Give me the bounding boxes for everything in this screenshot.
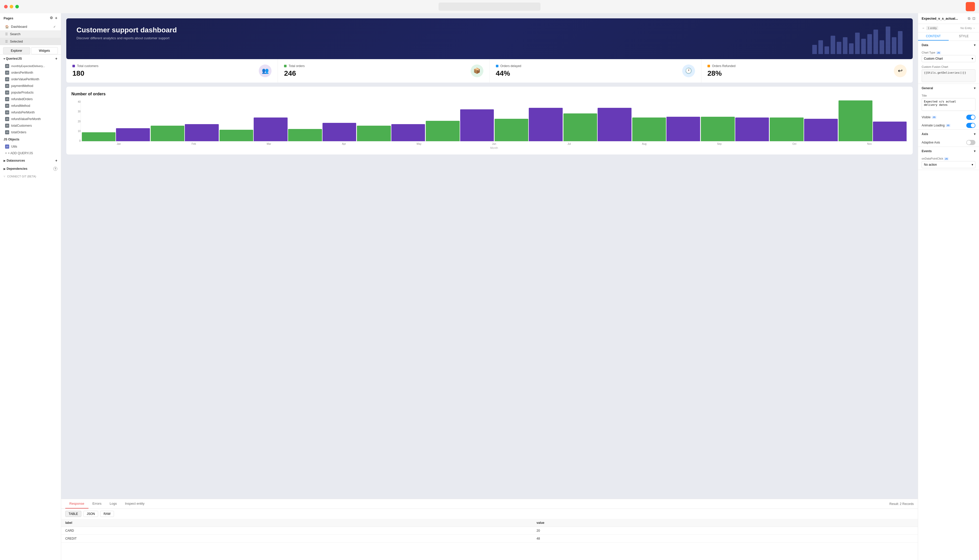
style-tab[interactable]: STYLE (949, 32, 979, 40)
animate-loading-toggle[interactable] (966, 123, 976, 128)
no-entity-arrow-icon: → (972, 27, 976, 30)
utils-label: Utils (11, 145, 17, 148)
bar-green (220, 130, 253, 141)
raw-tab-btn[interactable]: RAW (100, 511, 114, 517)
add-query-label: + ADD QUERY/JS (8, 152, 33, 155)
datasources-add-icon[interactable]: + (55, 158, 57, 163)
query-item-total-orders[interactable]: JS totalOrders (0, 129, 61, 136)
dependencies-header[interactable]: ▶ Dependencies ? (0, 165, 61, 173)
connect-git-button[interactable]: ⑂ CONNECT GIT (BETA) (0, 173, 61, 180)
js-object-utils[interactable]: JS Utils (0, 143, 61, 150)
custom-fusion-chart-input[interactable]: {{Utils.getDeliveries()}} (922, 69, 976, 82)
query-item-refund-method[interactable]: JS refundMethod (0, 102, 61, 109)
events-section-label: Events (922, 149, 932, 153)
bar-green (632, 118, 666, 141)
sidebar-item-dashboard[interactable]: 🏠 Dashboard ✓ (0, 23, 61, 30)
selected-page-icon: ☰ (5, 40, 8, 43)
entity-badge[interactable]: 1 entity (926, 26, 938, 30)
tab-logs[interactable]: Logs (105, 499, 121, 508)
json-tab-btn[interactable]: JSON (83, 511, 98, 517)
table-tab-btn[interactable]: TABLE (65, 511, 81, 517)
dependencies-info-icon[interactable]: ? (53, 167, 57, 171)
query-item-popular[interactable]: JS popularProducts (0, 89, 61, 96)
hero-title: Customer support dashboard (77, 26, 902, 34)
queries-add-icon[interactable]: + (55, 57, 57, 61)
general-section: General ▾ Title Expected v/s actual deli… (918, 84, 979, 130)
entity-row: → 1 entity No Entity → (918, 24, 979, 32)
selected-label: Selected (10, 40, 23, 43)
tab-response[interactable]: Response (65, 499, 88, 508)
js-objects-section-header[interactable]: JS Objects (0, 136, 61, 143)
widgets-tab[interactable]: Widgets (31, 47, 58, 54)
url-bar[interactable] (439, 3, 540, 11)
chart-section: Number of orders 40 30 20 10 0 JanFebMar… (66, 87, 913, 155)
pages-settings-icon[interactable]: ⚙ (50, 16, 53, 20)
stat-refunded-value: 28% (707, 69, 736, 77)
app-icon (966, 2, 975, 11)
stat-orders-info: Total orders 246 (284, 64, 305, 77)
datasources-header[interactable]: ▶ Datasources + (0, 157, 61, 165)
queries-section-header[interactable]: ▾ Queries/JS + (0, 55, 61, 63)
js-objects-label: JS Objects (3, 138, 19, 141)
chart-type-select[interactable]: Custom Chart ▾ (922, 55, 976, 62)
copy-icon[interactable]: ⧉ (968, 16, 970, 21)
datasources-chevron-icon: ▶ (3, 159, 6, 162)
axis-section-chevron-icon: ▾ (974, 132, 976, 136)
general-section-header[interactable]: General ▾ (918, 84, 979, 93)
data-section: Data ▾ Chart Type JS Custom Chart ▾ Cust… (918, 41, 979, 84)
no-action-select[interactable]: No action ▾ (922, 161, 976, 168)
tab-errors[interactable]: Errors (88, 499, 105, 508)
query-label-tc: totalCustomers (11, 124, 32, 127)
hero-bar (812, 45, 817, 54)
hero-subtitle: Discover different analytics and reports… (77, 36, 902, 40)
title-field: Title Expected v/s actual delivery dates (918, 93, 979, 113)
no-entity-label[interactable]: No Entity → (961, 27, 976, 30)
tab-inspect-entity[interactable]: Inspect entity (121, 499, 148, 508)
maximize-button[interactable] (15, 5, 19, 8)
app-container: Pages ⚙ + 🏠 Dashboard ✓ ☰ Search ☰ Selec… (0, 13, 979, 560)
content-tab[interactable]: CONTENT (918, 32, 949, 40)
panel-header-icons: ⧉ ⊡ (968, 16, 976, 21)
query-item-payment[interactable]: JS paymentMethod (0, 83, 61, 89)
adaptive-axis-toggle[interactable] (966, 140, 976, 145)
data-section-header[interactable]: Data ▾ (918, 41, 979, 50)
hero-bar (874, 30, 878, 54)
pages-section-header[interactable]: Pages ⚙ + (0, 13, 61, 23)
close-button[interactable] (4, 5, 8, 8)
minimize-button[interactable] (10, 5, 13, 8)
bar-green (770, 118, 803, 141)
pages-add-icon[interactable]: + (55, 16, 57, 20)
query-item-orders-per-month[interactable]: JS ordersPerMonth (0, 69, 61, 76)
bar-purple (529, 108, 562, 141)
expand-icon[interactable]: ⊡ (972, 16, 976, 21)
query-item-order-value[interactable]: JS orderValuePerMonth (0, 76, 61, 83)
x-label: Oct (757, 142, 831, 145)
query-item-monthly[interactable]: JS monthlyExpectedDelivery... (0, 63, 61, 69)
sidebar-item-search[interactable]: ☰ Search (0, 30, 61, 38)
chart-title: Number of orders (72, 92, 907, 97)
title-input[interactable]: Expected v/s actual delivery dates (922, 98, 976, 111)
bar-group (288, 123, 356, 141)
search-label: Search (10, 32, 20, 36)
events-section-header[interactable]: Events ▾ (918, 147, 979, 155)
explorer-tab[interactable]: Explorer (3, 47, 30, 54)
query-label-rm: refundMethod (11, 104, 30, 108)
main-content: Customer support dashboard Discover diff… (61, 13, 918, 560)
bar-green (288, 129, 322, 141)
animate-loading-toggle-row: Animate Loading JS (918, 121, 979, 130)
query-item-total-customers[interactable]: JS totalCustomers (0, 122, 61, 129)
bar-green (564, 113, 597, 141)
query-label-to: totalOrders (11, 130, 26, 134)
add-query-button[interactable]: + + ADD QUERY/JS (0, 150, 61, 157)
stat-customers-info: Total customers 180 (72, 64, 98, 77)
sidebar: Pages ⚙ + 🏠 Dashboard ✓ ☰ Search ☰ Selec… (0, 13, 61, 560)
query-item-refunds-per-month[interactable]: JS refundsPerMonth (0, 109, 61, 116)
query-icon-tc: JS (5, 123, 9, 128)
panel-title: Expected_v_s_actual... (922, 17, 958, 20)
sidebar-item-selected[interactable]: ☰ Selected (0, 38, 61, 45)
pages-label: Pages (3, 16, 13, 20)
visible-toggle[interactable] (966, 115, 976, 120)
axis-section-header[interactable]: Axis ▾ (918, 130, 979, 138)
query-item-refunded-orders[interactable]: JS refundedOrders (0, 96, 61, 102)
query-item-refund-value[interactable]: JS refundValuePerMonth (0, 116, 61, 122)
